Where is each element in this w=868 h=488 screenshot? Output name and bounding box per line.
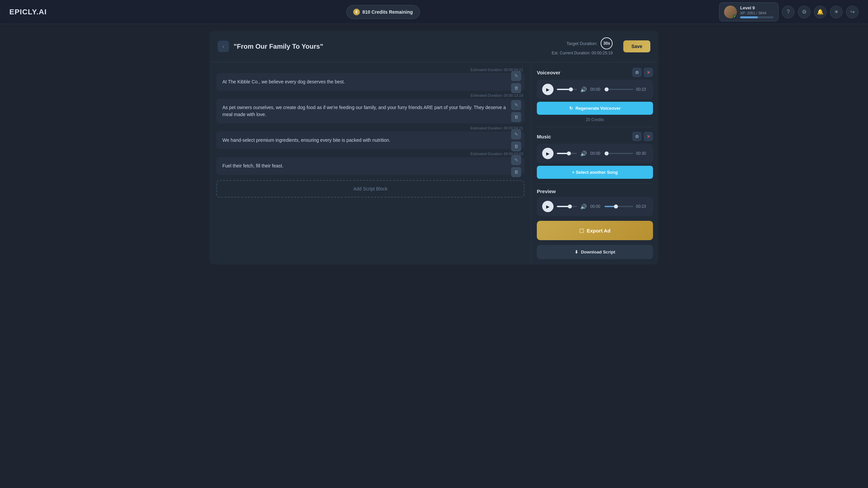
voiceover-close-button[interactable]: ✕ [644, 68, 653, 77]
regenerate-voiceover-button[interactable]: ↻ Regenerate Voiceover [537, 102, 653, 115]
preview-section: Preview ▶ 🔊 00:00 [537, 189, 653, 216]
script-text-block-3: We hand-select premium ingredients, ensu… [216, 131, 524, 149]
music-audio-controls: 00:00 00:30 [590, 151, 648, 156]
voiceover-player: ▶ 🔊 00:00 00:23 [537, 80, 653, 99]
level-info: Level 9 XP: 2051 / 3844 [740, 5, 774, 18]
voiceover-title: Voiceover ⚙ ✕ [537, 68, 653, 77]
header: EPICLY.AI ₵ 810 Credits Remaining Level … [0, 0, 868, 24]
edit-block-4-button[interactable]: ✎ [511, 155, 521, 165]
preview-volume-bar[interactable] [557, 206, 577, 207]
voiceover-time-start: 00:00 [590, 87, 602, 92]
music-section: Music ⚙ ✕ ▶ 🔊 00 [537, 132, 653, 179]
theme-button[interactable]: ☀ [830, 6, 843, 18]
project-header: ‹ "From Our Family To Yours" Target Dura… [210, 31, 658, 62]
user-level-card: Level 9 XP: 2051 / 3844 [719, 2, 778, 21]
est-duration: Est. Current Duration: 00:00:25:19 [552, 51, 613, 55]
script-block-actions-4: ✎ 🗑 [511, 155, 521, 177]
preview-time-start: 00:00 [590, 204, 602, 209]
voiceover-volume-bar[interactable] [557, 89, 577, 90]
script-text-block-2: As pet owners ourselves, we create dog f… [216, 99, 524, 123]
script-block-actions-1: ✎ 🗑 [511, 71, 521, 93]
avatar [724, 6, 737, 18]
music-time-start: 00:00 [590, 151, 602, 156]
script-block-3: Estimated Duration: 00:00:04:21 We hand-… [216, 126, 524, 149]
music-title-actions: ⚙ ✕ [632, 132, 653, 141]
edit-block-2-button[interactable]: ✎ [511, 100, 521, 110]
preview-time-end: 00:23 [636, 204, 648, 209]
preview-play-button[interactable]: ▶ [542, 201, 554, 212]
export-icon: ⬚ [579, 227, 584, 233]
script-block-2: Estimated Duration: 00:00:13:19 As pet o… [216, 93, 524, 123]
delete-block-1-button[interactable]: 🗑 [511, 83, 521, 93]
app-logo: EPICLY.AI [9, 8, 47, 17]
right-column: Voiceover ⚙ ✕ ▶ 🔊 [531, 62, 658, 264]
divider-2 [537, 184, 653, 184]
voiceover-audio-controls: 00:00 00:23 [590, 87, 648, 92]
script-block-1: Estimated Duration: 00:00:04:21 At The K… [216, 68, 524, 91]
credits-label: 810 Credits Remaining [363, 9, 413, 15]
edit-block-3-button[interactable]: ✎ [511, 129, 521, 139]
credits-badge: ₵ 810 Credits Remaining [346, 5, 420, 19]
edit-block-1-button[interactable]: ✎ [511, 71, 521, 81]
est-duration-2: Estimated Duration: 00:00:13:19 [216, 93, 524, 97]
duration-badge: 30s [600, 37, 613, 50]
script-block-actions-2: ✎ 🗑 [511, 100, 521, 122]
preview-progress-bar[interactable] [604, 206, 633, 207]
voiceover-title-actions: ⚙ ✕ [632, 68, 653, 77]
target-duration-label: Target Duration: [566, 41, 597, 46]
add-script-block-button[interactable]: Add Script Block [216, 180, 524, 197]
xp-text: XP: 2051 / 3844 [740, 11, 774, 15]
content-card: ‹ "From Our Family To Yours" Target Dura… [210, 31, 658, 264]
notifications-button[interactable]: 🔔 [814, 6, 827, 18]
music-close-button[interactable]: ✕ [644, 132, 653, 141]
export-ad-button[interactable]: ⬚ Export Ad [537, 221, 653, 240]
preview-player: ▶ 🔊 00:00 00:23 [537, 197, 653, 216]
voiceover-section: Voiceover ⚙ ✕ ▶ 🔊 [537, 68, 653, 122]
delete-block-2-button[interactable]: 🗑 [511, 112, 521, 122]
back-button[interactable]: ‹ [218, 41, 229, 52]
preview-audio-controls: 00:00 00:23 [590, 204, 648, 209]
delete-block-3-button[interactable]: 🗑 [511, 141, 521, 152]
voiceover-progress-bar[interactable] [604, 89, 633, 90]
xp-bar [740, 17, 774, 18]
project-title: "From Our Family To Yours" [234, 43, 323, 51]
voiceover-settings-button[interactable]: ⚙ [632, 68, 642, 77]
xp-fill [740, 17, 758, 18]
est-duration-3: Estimated Duration: 00:00:04:21 [216, 126, 524, 130]
logout-button[interactable]: ↪ [846, 6, 859, 18]
main-content: ‹ "From Our Family To Yours" Target Dura… [200, 24, 668, 271]
preview-title: Preview [537, 189, 653, 194]
help-button[interactable]: ? [782, 6, 795, 18]
project-meta: Target Duration: 30s Est. Current Durati… [552, 37, 613, 55]
music-volume-icon[interactable]: 🔊 [580, 151, 587, 157]
delete-block-4-button[interactable]: 🗑 [511, 167, 521, 177]
est-duration-4: Estimated Duration: 00:00:03:03 [216, 152, 524, 156]
two-col-layout: Estimated Duration: 00:00:04:21 At The K… [210, 62, 658, 264]
voiceover-time-end: 00:23 [636, 87, 648, 92]
script-block-actions-3: ✎ 🗑 [511, 129, 521, 152]
divider-1 [537, 127, 653, 127]
regen-icon: ↻ [569, 106, 573, 111]
save-button[interactable]: Save [623, 40, 650, 52]
voiceover-volume-icon[interactable]: 🔊 [580, 87, 587, 93]
music-play-button[interactable]: ▶ [542, 148, 554, 159]
target-duration-row: Target Duration: 30s [566, 37, 613, 50]
est-duration-1: Estimated Duration: 00:00:04:21 [216, 68, 524, 72]
music-volume-bar[interactable] [557, 153, 577, 154]
preview-volume-icon[interactable]: 🔊 [580, 203, 587, 210]
music-progress-bar[interactable] [604, 153, 633, 154]
voiceover-play-button[interactable]: ▶ [542, 84, 554, 95]
music-title: Music ⚙ ✕ [537, 132, 653, 141]
script-text-block-4: Fuel their fetch, fill their feast. ✎ 🗑 [216, 157, 524, 175]
online-indicator [733, 15, 737, 18]
script-column: Estimated Duration: 00:00:04:21 At The K… [210, 62, 531, 264]
project-title-row: ‹ "From Our Family To Yours" [218, 41, 323, 52]
music-player: ▶ 🔊 00:00 00:30 [537, 144, 653, 163]
music-time-end: 00:30 [636, 151, 648, 156]
download-script-button[interactable]: ⬇ Download Script [537, 245, 653, 259]
script-text-block-1: At The Kibble Co., we believe every dog … [216, 73, 524, 91]
settings-button[interactable]: ⚙ [798, 6, 811, 18]
select-another-song-button[interactable]: + Select another Song [537, 166, 653, 179]
music-settings-button[interactable]: ⚙ [632, 132, 642, 141]
header-right: Level 9 XP: 2051 / 3844 ? ⚙ 🔔 ☀ ↪ [719, 2, 859, 21]
